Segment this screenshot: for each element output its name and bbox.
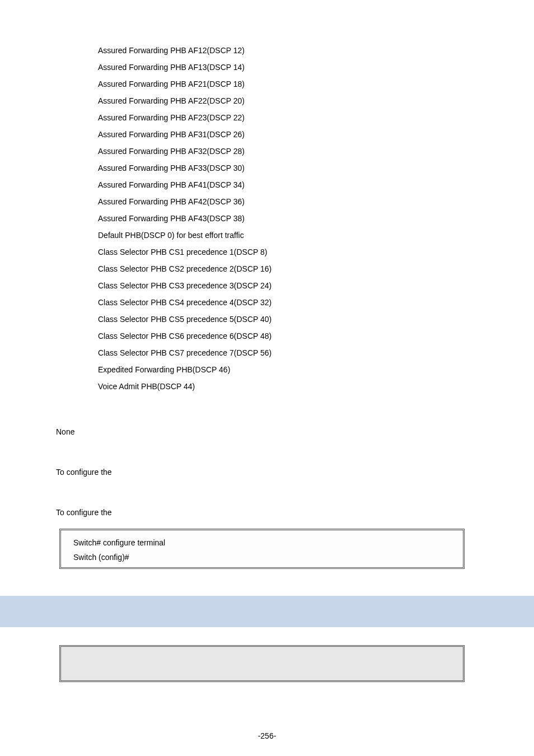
list-item: Expedited Forwarding PHB(DSCP 46) bbox=[98, 361, 478, 378]
configure-text: To configure the bbox=[56, 466, 478, 478]
list-item: Assured Forwarding PHB AF42(DSCP 36) bbox=[98, 193, 478, 210]
list-item: Class Selector PHB CS7 precedence 7(DSCP… bbox=[98, 344, 478, 361]
list-item: Voice Admit PHB(DSCP 44) bbox=[98, 378, 478, 395]
list-item: Assured Forwarding PHB AF23(DSCP 22) bbox=[98, 109, 478, 126]
terminal-line: Switch# configure terminal bbox=[73, 538, 451, 547]
list-item: Default PHB(DSCP 0) for best effort traf… bbox=[98, 227, 478, 244]
blue-banner bbox=[0, 596, 534, 627]
list-item: Assured Forwarding PHB AF21(DSCP 18) bbox=[98, 76, 478, 92]
list-item: Class Selector PHB CS6 precedence 6(DSCP… bbox=[98, 328, 478, 344]
list-item: Assured Forwarding PHB AF12(DSCP 12) bbox=[98, 42, 478, 59]
terminal-line: Switch (config)# bbox=[73, 553, 451, 562]
phb-list: Assured Forwarding PHB AF12(DSCP 12) Ass… bbox=[98, 42, 478, 395]
list-item: Assured Forwarding PHB AF32(DSCP 28) bbox=[98, 143, 478, 160]
list-item: Class Selector PHB CS2 precedence 2(DSCP… bbox=[98, 260, 478, 277]
list-item: Assured Forwarding PHB AF13(DSCP 14) bbox=[98, 59, 478, 76]
page-number: -256- bbox=[0, 731, 534, 740]
list-item: Assured Forwarding PHB AF31(DSCP 26) bbox=[98, 126, 478, 143]
list-item: Assured Forwarding PHB AF41(DSCP 34) bbox=[98, 176, 478, 193]
terminal-box: Switch# configure terminal Switch (confi… bbox=[59, 529, 465, 569]
list-item: Class Selector PHB CS1 precedence 1(DSCP… bbox=[98, 244, 478, 260]
none-text: None bbox=[56, 426, 478, 438]
list-item: Assured Forwarding PHB AF33(DSCP 30) bbox=[98, 160, 478, 176]
list-item: Class Selector PHB CS4 precedence 4(DSCP… bbox=[98, 294, 478, 311]
list-item: Class Selector PHB CS5 precedence 5(DSCP… bbox=[98, 311, 478, 328]
list-item: Class Selector PHB CS3 precedence 3(DSCP… bbox=[98, 277, 478, 294]
list-item: Assured Forwarding PHB AF22(DSCP 20) bbox=[98, 92, 478, 109]
list-item: Assured Forwarding PHB AF43(DSCP 38) bbox=[98, 210, 478, 227]
gray-box bbox=[59, 645, 465, 682]
configure-text: To configure the bbox=[56, 506, 478, 519]
